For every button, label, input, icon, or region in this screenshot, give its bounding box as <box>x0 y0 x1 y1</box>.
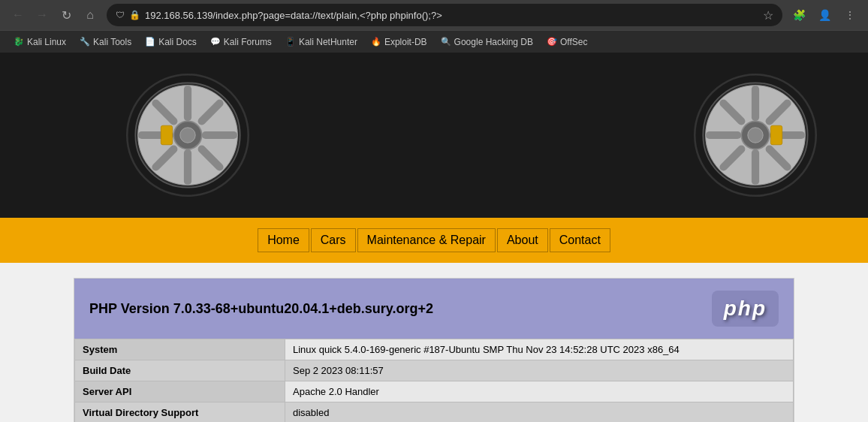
address-bar-container: 🛡 🔒 ☆ <box>107 4 782 26</box>
table-row: Virtual Directory Support disabled <box>75 402 794 423</box>
table-key: Virtual Directory Support <box>75 402 285 423</box>
table-value: Apache 2.0 Handler <box>285 381 794 402</box>
nav-buttons: ← → ↻ ⌂ <box>8 5 101 26</box>
nav-link-contact[interactable]: Contact <box>550 228 610 252</box>
back-button[interactable]: ← <box>8 5 29 26</box>
bookmark-kali-linux-label: Kali Linux <box>27 37 66 47</box>
php-version-text: PHP Version 7.0.33-68+ubuntu20.04.1+deb.… <box>89 301 433 317</box>
bookmarks-bar: 🐉 Kali Linux 🔧 Kali Tools 📄 Kali Docs 💬 … <box>0 30 868 53</box>
kali-linux-favicon: 🐉 <box>14 37 24 47</box>
php-logo-text: php <box>724 297 767 321</box>
wheel-left <box>113 53 263 218</box>
php-info-table: System Linux quick 5.4.0-169-generic #18… <box>74 339 794 422</box>
address-input[interactable] <box>145 10 758 21</box>
table-key: System <box>75 339 285 360</box>
phpinfo-wrapper: PHP Version 7.0.33-68+ubuntu20.04.1+deb.… <box>0 263 868 422</box>
bookmark-kali-linux[interactable]: 🐉 Kali Linux <box>8 35 72 50</box>
bookmark-exploit-db-label: Exploit-DB <box>384 37 427 47</box>
security-icon: 🛡 <box>116 10 125 20</box>
nav-link-maintenance[interactable]: Maintenance & Repair <box>357 228 496 252</box>
menu-button[interactable]: ⋮ <box>839 5 860 26</box>
bookmark-offsec-label: OffSec <box>560 37 587 47</box>
google-hacking-db-favicon: 🔍 <box>441 37 451 47</box>
lock-icon: 🔒 <box>129 10 140 20</box>
home-button[interactable]: ⌂ <box>80 5 101 26</box>
svg-point-12 <box>180 128 195 143</box>
bookmark-kali-forums-label: Kali Forums <box>224 37 272 47</box>
bookmark-kali-tools-label: Kali Tools <box>93 37 131 47</box>
hero-section <box>0 53 868 218</box>
bookmark-exploit-db[interactable]: 🔥 Exploit-DB <box>365 35 433 50</box>
svg-rect-28 <box>770 125 782 145</box>
wheel-right-image <box>692 71 819 199</box>
php-header: PHP Version 7.0.33-68+ubuntu20.04.1+deb.… <box>74 279 794 339</box>
wheel-right <box>680 53 830 218</box>
nav-link-about[interactable]: About <box>497 228 548 252</box>
nav-bar: Home Cars Maintenance & Repair About Con… <box>0 218 868 263</box>
table-row: Server API Apache 2.0 Handler <box>75 381 794 402</box>
bookmark-google-hacking-db-label: Google Hacking DB <box>454 37 533 47</box>
table-row: Build Date Sep 2 2023 08:11:57 <box>75 360 794 381</box>
bookmark-kali-tools[interactable]: 🔧 Kali Tools <box>74 35 137 50</box>
table-row: System Linux quick 5.4.0-169-generic #18… <box>75 339 794 360</box>
kali-tools-favicon: 🔧 <box>80 37 90 47</box>
bookmark-kali-nethunter[interactable]: 📱 Kali NetHunter <box>279 35 363 50</box>
bookmark-offsec[interactable]: 🎯 OffSec <box>541 35 593 50</box>
nav-link-home[interactable]: Home <box>258 228 309 252</box>
exploit-db-favicon: 🔥 <box>371 37 381 47</box>
php-logo: php <box>712 291 779 327</box>
page-content: Home Cars Maintenance & Repair About Con… <box>0 53 868 422</box>
nav-link-cars[interactable]: Cars <box>311 228 356 252</box>
kali-nethunter-favicon: 📱 <box>285 37 296 47</box>
forward-button[interactable]: → <box>32 5 53 26</box>
kali-docs-favicon: 📄 <box>145 37 155 47</box>
svg-rect-13 <box>161 125 172 145</box>
extensions-button[interactable]: 🧩 <box>788 5 809 26</box>
browser-menu-icons: 🧩 👤 ⋮ <box>788 5 860 26</box>
kali-forums-favicon: 💬 <box>210 37 221 47</box>
profile-button[interactable]: 👤 <box>814 5 835 26</box>
bookmark-star-icon[interactable]: ☆ <box>763 8 773 23</box>
bookmark-kali-nethunter-label: Kali NetHunter <box>299 37 357 47</box>
browser-toolbar: ← → ↻ ⌂ 🛡 🔒 ☆ 🧩 👤 ⋮ <box>0 0 868 30</box>
table-value: Linux quick 5.4.0-169-generic #187-Ubunt… <box>285 339 794 360</box>
svg-point-27 <box>748 128 763 143</box>
table-value: disabled <box>285 402 794 423</box>
phpinfo-container: PHP Version 7.0.33-68+ubuntu20.04.1+deb.… <box>74 278 794 422</box>
bookmark-kali-docs-label: Kali Docs <box>158 37 197 47</box>
table-value: Sep 2 2023 08:11:57 <box>285 360 794 381</box>
browser-chrome: ← → ↻ ⌂ 🛡 🔒 ☆ 🧩 👤 ⋮ 🐉 Kali Linux 🔧 Kali … <box>0 0 868 53</box>
table-key: Server API <box>75 381 285 402</box>
table-key: Build Date <box>75 360 285 381</box>
refresh-button[interactable]: ↻ <box>56 5 77 26</box>
offsec-favicon: 🎯 <box>547 37 557 47</box>
bookmark-kali-forums[interactable]: 💬 Kali Forums <box>204 35 278 50</box>
bookmark-google-hacking-db[interactable]: 🔍 Google Hacking DB <box>435 35 539 50</box>
wheel-left-image <box>124 71 252 199</box>
bookmark-kali-docs[interactable]: 📄 Kali Docs <box>139 35 203 50</box>
